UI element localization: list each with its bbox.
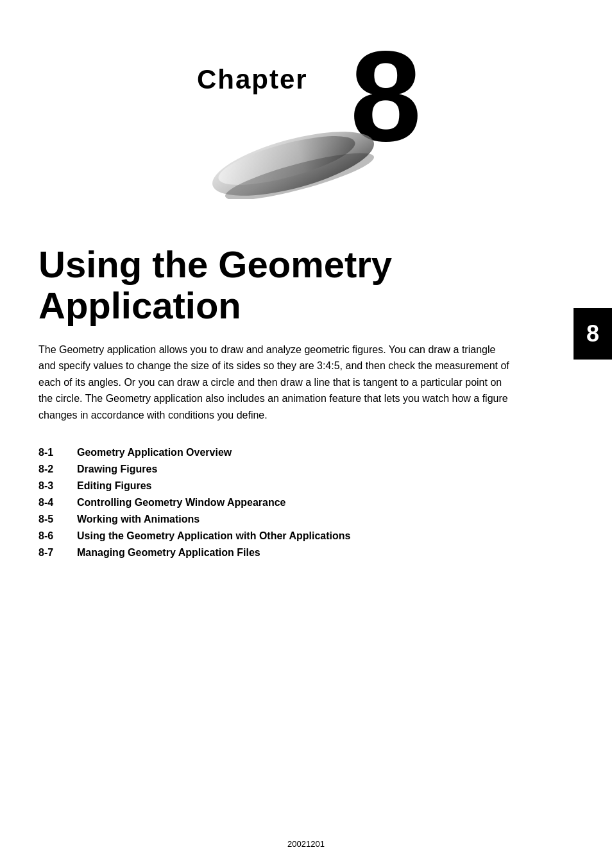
- toc-item-label: Geometry Application Overview: [77, 447, 232, 458]
- toc-item: 8-3Editing Figures: [38, 480, 561, 492]
- toc-item: 8-4Controlling Geometry Window Appearanc…: [38, 497, 561, 508]
- footer-text: 20021201: [287, 839, 325, 849]
- toc-item-label: Controlling Geometry Window Appearance: [77, 497, 286, 508]
- toc-item-number: 8-1: [38, 447, 77, 458]
- page-title: Using the Geometry Application: [38, 244, 488, 326]
- toc-list: 8-1Geometry Application Overview8-2Drawi…: [38, 447, 561, 559]
- page-title-line1: Using the Geometry: [38, 243, 392, 285]
- toc-item-number: 8-3: [38, 480, 77, 492]
- toc-item: 8-5Working with Animations: [38, 514, 561, 525]
- toc-item-label: Managing Geometry Application Files: [77, 547, 260, 559]
- toc-item-number: 8-4: [38, 497, 77, 508]
- chapter-header: Chapter 8: [0, 0, 612, 218]
- page-footer: 20021201: [0, 839, 612, 849]
- toc-item: 8-2Drawing Figures: [38, 464, 561, 475]
- chapter-word: Chapter: [197, 64, 308, 95]
- chapter-graphic: Chapter 8: [178, 26, 434, 205]
- side-tab-number: 8: [586, 320, 599, 347]
- main-content: Using the Geometry Application The Geome…: [38, 244, 561, 564]
- toc-item-label: Using the Geometry Application with Othe…: [77, 530, 350, 542]
- toc-item-label: Working with Animations: [77, 514, 200, 525]
- toc-item-label: Drawing Figures: [77, 464, 157, 475]
- page-title-line2: Application: [38, 284, 241, 326]
- swoosh-decoration: [191, 116, 370, 193]
- toc-item: 8-6Using the Geometry Application with O…: [38, 530, 561, 542]
- page: Chapter 8: [0, 0, 612, 868]
- toc-item-number: 8-5: [38, 514, 77, 525]
- toc-item-number: 8-7: [38, 547, 77, 559]
- description-text: The Geometry application allows you to d…: [38, 342, 513, 424]
- toc-item-number: 8-2: [38, 464, 77, 475]
- toc-item: 8-1Geometry Application Overview: [38, 447, 561, 458]
- side-tab: 8: [574, 308, 612, 360]
- toc-item-number: 8-6: [38, 530, 77, 542]
- toc-item-label: Editing Figures: [77, 480, 151, 492]
- toc-item: 8-7Managing Geometry Application Files: [38, 547, 561, 559]
